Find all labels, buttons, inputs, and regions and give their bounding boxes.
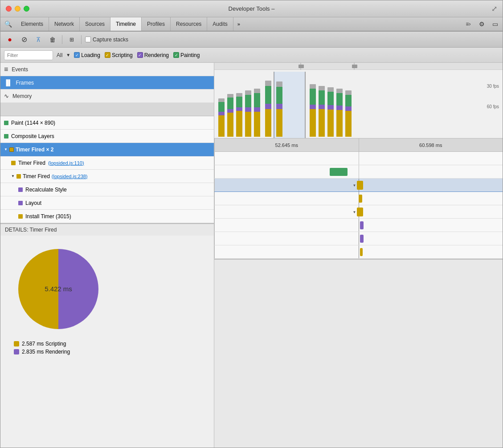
scripting-checkbox[interactable]: [105, 52, 110, 58]
main-content: ≡ Events ▐▌ Frames ∿ Memory Paint (1144 …: [0, 63, 503, 448]
layout-label-text: Layout: [25, 200, 41, 206]
recalc-bar: [360, 221, 364, 229]
composite-bar: [330, 168, 348, 176]
rendering-checkbox[interactable]: [137, 52, 143, 58]
svg-rect-10: [227, 109, 233, 113]
filter-checkboxes: Loading Scripting Rendering Painting: [74, 52, 200, 58]
timer2-timeline-row: ▼: [214, 205, 503, 219]
close-button[interactable]: [6, 6, 12, 12]
separator-1: [62, 35, 62, 44]
maximize-button[interactable]: [24, 6, 29, 12]
capture-stacks-group: Capture stacks: [85, 37, 128, 43]
timeline-header-row: 52.645 ms 60.598 ms: [214, 138, 503, 152]
filter-rendering: Rendering: [137, 52, 169, 58]
capture-stacks-checkbox[interactable]: [85, 37, 91, 42]
frames-icon: ▐▌: [4, 79, 12, 86]
timeline-col1: 52.645 ms: [214, 138, 359, 151]
tab-resources[interactable]: Resources: [171, 17, 207, 31]
svg-rect-40: [319, 90, 325, 105]
filter-scripting: Scripting: [105, 52, 133, 58]
timer2-marker: ▼: [353, 208, 364, 216]
sidebar-item-frames[interactable]: ▐▌ Frames: [0, 76, 214, 90]
svg-rect-42: [319, 109, 325, 137]
loading-checkbox[interactable]: [74, 52, 80, 58]
timer-fired-expand-icon: ▼: [4, 147, 8, 151]
sidebar-item-events[interactable]: ≡ Events: [0, 63, 214, 76]
timer-fired-main-label[interactable]: ▼ Timer Fired × 2: [0, 143, 214, 156]
minimize-button[interactable]: [15, 6, 20, 12]
timer-bar-2: [357, 208, 363, 216]
stop-button[interactable]: ⊘: [18, 35, 30, 45]
more-tabs-button[interactable]: »: [233, 19, 244, 29]
tab-timeline[interactable]: Timeline: [110, 17, 142, 31]
painting-label: Painting: [180, 52, 200, 58]
tab-sources[interactable]: Sources: [80, 17, 110, 31]
search-icon[interactable]: 🔍: [2, 18, 14, 30]
layout-timeline-row: [214, 232, 503, 245]
composite-row-label[interactable]: Composite Layers: [0, 130, 214, 143]
timer-fired-1-label[interactable]: Timer Fired (lopsided.js:110): [0, 156, 214, 170]
install-timer-bar: [360, 248, 363, 256]
timer2-link[interactable]: (lopsided.js:238): [52, 174, 88, 179]
svg-rect-52: [345, 95, 352, 106]
filter-painting: Painting: [173, 52, 200, 58]
filter-icon[interactable]: ⊼: [33, 35, 44, 45]
vline2: [359, 232, 359, 245]
capture-stacks-label: Capture stacks: [93, 37, 128, 43]
svg-rect-32: [276, 104, 282, 109]
recalc-style-label[interactable]: Recalculate Style: [0, 183, 214, 196]
svg-rect-44: [327, 92, 334, 105]
details-title: DETAILS: Timer Fired: [5, 227, 57, 233]
tab-profiles[interactable]: Profiles: [142, 17, 171, 31]
sidebar-item-memory[interactable]: ∿ Memory: [0, 90, 214, 103]
paint-row-label[interactable]: Paint (1144 × 890): [0, 116, 214, 130]
svg-rect-15: [236, 111, 242, 137]
record-button[interactable]: ●: [4, 35, 16, 45]
svg-rect-23: [254, 112, 260, 137]
paint-label: Paint (1144 × 890): [11, 120, 55, 126]
delete-button[interactable]: 🗑: [47, 35, 58, 45]
svg-rect-45: [327, 105, 334, 110]
resize-icon[interactable]: ⤢: [491, 4, 497, 13]
scripting-legend: 2.587 ms Scripting: [14, 341, 70, 347]
filter-dropdown-arrow[interactable]: ▼: [66, 53, 70, 57]
install-timer-label[interactable]: Install Timer (3015): [0, 210, 214, 223]
tab-network[interactable]: Network: [49, 17, 80, 31]
timer-fired-2-label[interactable]: ▼ Timer Fired (lopsided.js:238): [0, 170, 214, 183]
vline1: [214, 245, 215, 258]
timer-fired-main-label-text: Timer Fired × 2: [16, 147, 53, 153]
svg-rect-5: [218, 102, 225, 112]
layout-bar: [360, 235, 364, 243]
recalc-timeline-row: [214, 219, 503, 232]
layout-label[interactable]: Layout: [0, 196, 214, 210]
svg-rect-21: [254, 93, 260, 107]
svg-rect-33: [276, 109, 282, 137]
svg-rect-24: [265, 81, 271, 86]
svg-rect-18: [245, 107, 251, 112]
console-icon[interactable]: ≡›: [462, 19, 474, 29]
settings-icon[interactable]: ⚙: [476, 19, 487, 29]
composite-timeline-row: [214, 165, 503, 179]
tab-elements[interactable]: Elements: [16, 17, 49, 31]
svg-rect-7: [218, 115, 225, 137]
dock-icon[interactable]: ▭: [489, 19, 501, 29]
rendering-legend-text: 2.835 ms Rendering: [22, 349, 70, 355]
svg-rect-9: [227, 98, 233, 109]
vline2: [359, 219, 359, 232]
titlebar: Developer Tools – ⤢: [0, 0, 503, 17]
svg-rect-37: [310, 105, 316, 109]
timer-fired-timeline-row[interactable]: ▼: [214, 179, 503, 192]
svg-rect-54: [345, 111, 352, 137]
svg-rect-27: [265, 109, 271, 137]
vline2: [359, 152, 359, 165]
tab-audits[interactable]: Audits: [207, 17, 233, 31]
separator-2: [81, 35, 82, 44]
timer1-link[interactable]: (lopsided.js:110): [48, 160, 84, 166]
svg-rect-35: [310, 84, 316, 89]
tree-icon[interactable]: ⊞: [66, 35, 78, 45]
painting-checkbox[interactable]: [173, 52, 179, 58]
pie-chart-container: 5.422 ms 2.587 ms Scripting 2.835 ms Ren…: [0, 236, 214, 366]
window-title: Developer Tools –: [229, 5, 275, 12]
filter-input[interactable]: [4, 50, 53, 60]
timer1-color-dot: [11, 161, 16, 165]
